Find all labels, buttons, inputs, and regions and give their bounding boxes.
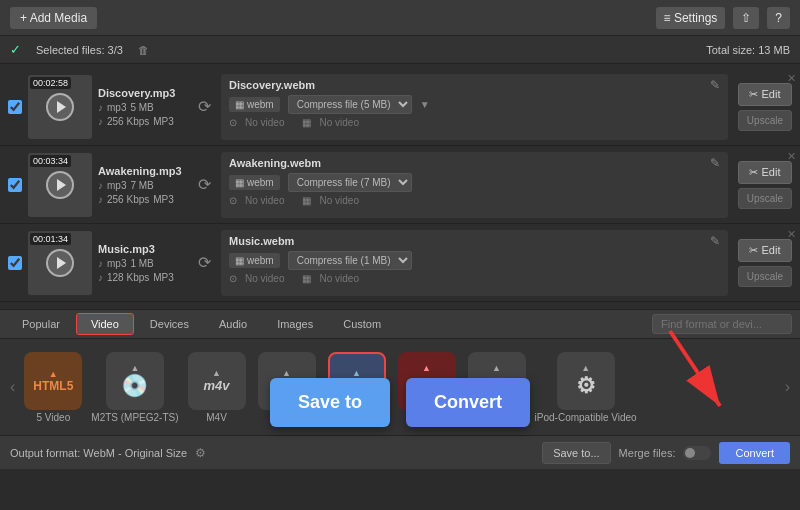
close-icon[interactable]: ✕	[787, 228, 796, 241]
file-meta-3b: ♪ 128 Kbps MP3	[98, 272, 188, 283]
file-size-3: 1 MB	[130, 258, 153, 269]
row-checkbox-1[interactable]	[8, 100, 22, 114]
settings-button[interactable]: ≡ Settings	[656, 7, 726, 29]
file-size-1: 5 MB	[130, 102, 153, 113]
no-video-label-3a: No video	[245, 273, 284, 284]
table-row: ✕ 00:01:34 Music.mp3 ♪ mp3 1 MB ♪ 128 Kb…	[0, 224, 800, 302]
format-item-html5[interactable]: ▲ HTML5 5 Video	[21, 352, 85, 423]
save-to-small-button[interactable]: Save to...	[542, 442, 610, 464]
format-item-ipod[interactable]: ▲ ⚙ iPod-Compatible Video	[535, 352, 637, 423]
file-meta-2a: ♪ mp3 7 MB	[98, 180, 188, 191]
edit-filename-icon-1[interactable]: ✎	[710, 78, 720, 92]
edit-filename-icon-2[interactable]: ✎	[710, 156, 720, 170]
file-bitrate-3: 128 Kbps	[107, 272, 149, 283]
merge-files-label: Merge files:	[619, 447, 676, 459]
duration-2: 00:03:34	[30, 155, 71, 167]
compress-select-2[interactable]: Compress file (7 MB)	[288, 173, 412, 192]
no-video-label-2b: No video	[319, 195, 358, 206]
compress-select-3[interactable]: Compress file (1 MB)	[288, 251, 412, 270]
upload-button-1[interactable]: Upscale	[738, 110, 792, 131]
no-video-label-1b: No video	[319, 117, 358, 128]
file-type-3: mp3	[107, 258, 126, 269]
tab-popular[interactable]: Popular	[8, 314, 74, 334]
no-video-icon2-3: ▦	[302, 273, 311, 284]
no-video-icon-3: ⊙	[229, 273, 237, 284]
up-arrow-swf: ▲	[422, 363, 431, 373]
edit-filename-icon-3[interactable]: ✎	[710, 234, 720, 248]
file-name-3: Music.mp3	[98, 243, 188, 255]
play-button-3[interactable]	[46, 249, 74, 277]
convert-arrow-icon-1: ⟳	[194, 97, 215, 116]
convert-small-button[interactable]: Convert	[719, 442, 790, 464]
file-extra-2: MP3	[153, 194, 174, 205]
thumbnail-2: 00:03:34	[28, 153, 92, 217]
no-video-row-3: ⊙ No video ▦ No video	[229, 273, 720, 284]
output-filename-2: Awakening.webm	[229, 157, 710, 169]
no-video-label-2a: No video	[245, 195, 284, 206]
m4v-label: m4v	[204, 378, 230, 393]
bottom-bar-right: Save to... Merge files: Convert	[542, 442, 790, 464]
tab-images[interactable]: Images	[263, 314, 327, 334]
format-icon-bd: ▲ 💿	[106, 352, 164, 410]
edit-button-2[interactable]: ✂ Edit	[738, 161, 792, 184]
format-label-html5: 5 Video	[36, 412, 70, 423]
play-button-2[interactable]	[46, 171, 74, 199]
convert-arrow-icon-3: ⟳	[194, 253, 215, 272]
save-to-big-button[interactable]: Save to	[270, 378, 390, 427]
up-arrow-ipod: ▲	[581, 363, 590, 373]
up-arrow-mxf: ▲	[282, 368, 291, 378]
table-row: ✕ 00:03:34 Awakening.mp3 ♪ mp3 7 MB ♪ 25…	[0, 146, 800, 224]
files-bar: ✓ Selected files: 3/3 🗑 Total size: 13 M…	[0, 36, 800, 64]
dropdown-icon-1[interactable]: ▼	[420, 99, 430, 110]
picker-left-arrow[interactable]: ‹	[8, 378, 17, 396]
tab-custom[interactable]: Custom	[329, 314, 395, 334]
upload-button-2[interactable]: Upscale	[738, 188, 792, 209]
toggle-knob	[685, 448, 695, 458]
total-size-label: Total size: 13 MB	[706, 44, 790, 56]
row-checkbox-3[interactable]	[8, 256, 22, 270]
file-info-2: Awakening.mp3 ♪ mp3 7 MB ♪ 256 Kbps MP3	[98, 165, 188, 205]
up-arrow-m4v: ▲	[212, 368, 221, 378]
edit-button-1[interactable]: ✂ Edit	[738, 83, 792, 106]
close-icon[interactable]: ✕	[787, 150, 796, 163]
convert-arrow-icon-2: ⟳	[194, 175, 215, 194]
format-item-m4v[interactable]: ▲ m4v M4V	[185, 352, 249, 423]
file-extra-3: MP3	[153, 272, 174, 283]
close-icon[interactable]: ✕	[787, 72, 796, 85]
play-button-1[interactable]	[46, 93, 74, 121]
upload-button-3[interactable]: Upscale	[738, 266, 792, 287]
share-button[interactable]: ⇧	[733, 7, 759, 29]
format-label-3: webm	[247, 255, 274, 266]
help-button[interactable]: ?	[767, 7, 790, 29]
output-section-2: Awakening.webm ✎ ▦ webm Compress file (7…	[221, 152, 728, 218]
tab-audio[interactable]: Audio	[205, 314, 261, 334]
edit-button-3[interactable]: ✂ Edit	[738, 239, 792, 262]
audio2-icon-2: ♪	[98, 194, 103, 205]
file-size-2: 7 MB	[130, 180, 153, 191]
audio2-icon-3: ♪	[98, 272, 103, 283]
duration-3: 00:01:34	[30, 233, 71, 245]
format-label-bd: M2TS (MPEG2-TS)	[91, 412, 178, 423]
table-row: ✕ 00:02:58 Discovery.mp3 ♪ mp3 5 MB ♪ 25…	[0, 68, 800, 146]
bd-icon: 💿	[121, 373, 148, 399]
compress-select-1[interactable]: Compress file (5 MB)	[288, 95, 412, 114]
no-video-row-1: ⊙ No video ▦ No video	[229, 117, 720, 128]
output-settings-gear-icon[interactable]: ⚙	[195, 446, 206, 460]
bottom-bar: Output format: WebM - Original Size ⚙ Sa…	[0, 435, 800, 469]
add-media-button[interactable]: + Add Media	[10, 7, 97, 29]
file-bitrate-2: 256 Kbps	[107, 194, 149, 205]
row-checkbox-2[interactable]	[8, 178, 22, 192]
merge-toggle[interactable]	[683, 446, 711, 460]
picker-right-arrow[interactable]: ›	[783, 378, 792, 396]
tab-video[interactable]: Video	[76, 313, 134, 335]
no-video-icon2-1: ▦	[302, 117, 311, 128]
convert-big-button[interactable]: Convert	[406, 378, 530, 427]
thumbnail-3: 00:01:34	[28, 231, 92, 295]
format-icon-2: ▦	[235, 177, 244, 188]
top-toolbar: + Add Media ≡ Settings ⇧ ?	[0, 0, 800, 36]
search-format-input[interactable]	[652, 314, 792, 334]
tab-devices[interactable]: Devices	[136, 314, 203, 334]
delete-icon[interactable]: 🗑	[138, 44, 149, 56]
format-item-bd[interactable]: ▲ 💿 M2TS (MPEG2-TS)	[91, 352, 178, 423]
check-icon: ✓	[10, 42, 21, 57]
